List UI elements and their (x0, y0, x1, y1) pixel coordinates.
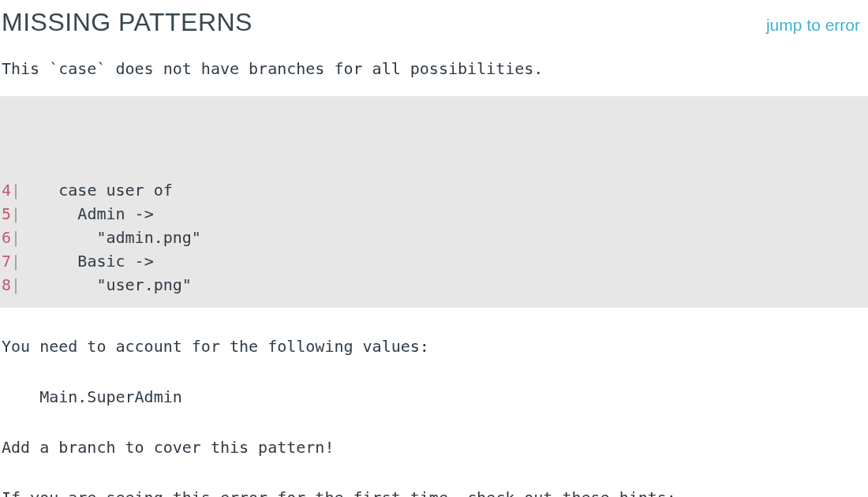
line-number: 6 (2, 228, 11, 247)
line-number: 8 (2, 275, 11, 294)
line-gutter: 6| (2, 226, 21, 249)
code-text: "admin.png" (21, 226, 201, 249)
code-snippet: 4| case user of5| Admin ->6| "admin.png"… (0, 96, 868, 308)
jump-to-error-link[interactable]: jump to error (766, 13, 860, 38)
code-line: 6| "admin.png" (2, 226, 868, 249)
code-text: case user of (21, 178, 173, 202)
line-number: 7 (2, 252, 11, 271)
error-title: MISSING PATTERNS (2, 3, 253, 41)
code-text: Basic -> (21, 249, 154, 273)
code-text: Admin -> (21, 202, 154, 226)
code-line: 5| Admin -> (2, 202, 868, 226)
error-panel: MISSING PATTERNS jump to error This `cas… (0, 0, 868, 497)
line-gutter: 5| (2, 202, 21, 226)
missing-pattern-value: Main.SuperAdmin (0, 385, 868, 409)
line-number: 4 (2, 181, 11, 200)
line-gutter: 7| (2, 249, 21, 273)
need-account-message: You need to account for the following va… (0, 334, 868, 358)
code-line: 8| "user.png" (2, 273, 868, 297)
header: MISSING PATTERNS jump to error (0, 0, 868, 43)
line-gutter: 8| (2, 273, 21, 297)
code-line: 7| Basic -> (2, 249, 868, 273)
code-line: 4| case user of (2, 178, 868, 202)
code-text: "user.png" (21, 273, 192, 297)
line-gutter: 4| (2, 178, 21, 202)
line-number: 5 (2, 204, 11, 223)
intro-message: This `case` does not have branches for a… (0, 57, 868, 80)
add-branch-message: Add a branch to cover this pattern! (0, 435, 868, 459)
hint-intro: If you are seeing this error for the fir… (0, 486, 868, 497)
